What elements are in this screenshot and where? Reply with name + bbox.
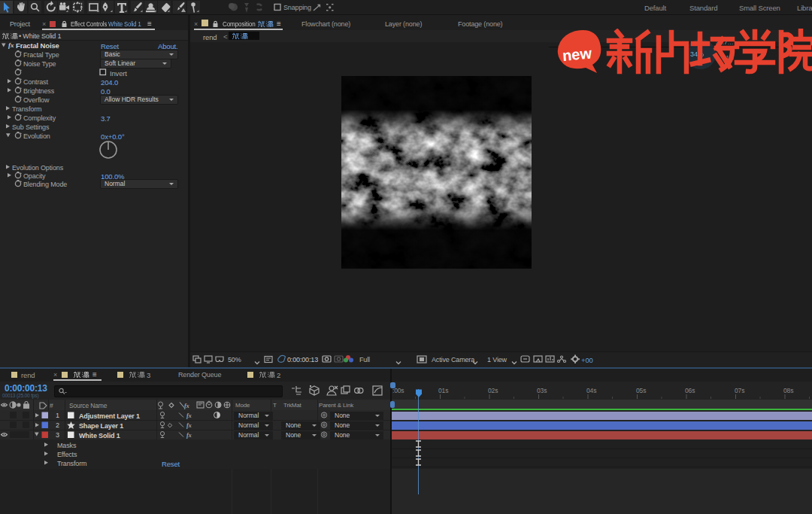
svg-text:1: 1 — [56, 412, 59, 419]
svg-text:2: 2 — [56, 421, 59, 429]
svg-text:new: new — [562, 45, 592, 64]
svg-text:fx: fx — [186, 432, 192, 439]
svg-text:fx: fx — [8, 41, 14, 49]
svg-text:fx: fx — [184, 403, 189, 409]
svg-text:#: # — [50, 402, 53, 409]
svg-text:fx: fx — [186, 412, 192, 419]
svg-text:3: 3 — [56, 431, 59, 439]
svg-text:fx: fx — [186, 422, 192, 429]
